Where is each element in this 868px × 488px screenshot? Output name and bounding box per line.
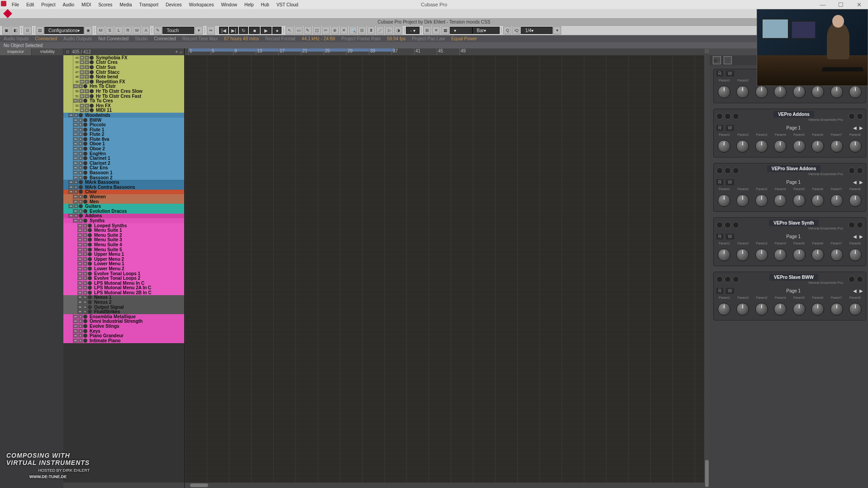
record-enable-button[interactable] xyxy=(83,132,87,136)
track-row[interactable]: msEvolve Tonal Loops 1 xyxy=(63,271,184,276)
solo-button[interactable]: s xyxy=(78,339,83,343)
track-row[interactable]: msFluidStrikes xyxy=(63,309,184,314)
mute-button[interactable]: m xyxy=(78,291,82,295)
window-minimize-icon[interactable]: — xyxy=(814,1,832,8)
track-row[interactable]: msKeys xyxy=(63,329,184,334)
glue-tool-button[interactable]: ⊕ xyxy=(331,26,339,34)
vst-knob[interactable] xyxy=(849,249,862,261)
solo-button[interactable]: s xyxy=(78,209,83,213)
vst-page-next-button[interactable]: ▶ xyxy=(859,234,863,239)
record-enable-button[interactable] xyxy=(83,142,87,146)
record-enable-button[interactable] xyxy=(83,128,87,132)
track-row[interactable]: msEvolution Dracus xyxy=(63,209,184,214)
track-row[interactable]: msMenu Suite 4 xyxy=(63,242,184,247)
mute-button[interactable]: m xyxy=(73,176,78,180)
mute-button[interactable]: m xyxy=(80,60,84,64)
goto-end-button[interactable]: ▶| xyxy=(229,27,238,34)
track-row[interactable]: msHrn Tb Clstr xyxy=(63,84,184,89)
track-row[interactable]: msWomen xyxy=(63,194,184,199)
record-enable-button[interactable] xyxy=(90,60,94,64)
solo-button[interactable]: s xyxy=(78,319,83,323)
mute-button[interactable]: m xyxy=(78,228,82,232)
mute-button[interactable]: m xyxy=(73,142,78,146)
solo-button[interactable]: s xyxy=(83,295,87,299)
record-enable-button[interactable] xyxy=(79,214,83,218)
track-row[interactable]: msEnsemblia Metallique xyxy=(63,314,184,319)
mute-button[interactable]: m xyxy=(80,104,84,108)
menu-edit[interactable]: Edit xyxy=(23,1,38,9)
menu-file[interactable]: File xyxy=(8,1,23,9)
autoscroll-button[interactable]: A xyxy=(142,26,150,34)
vertical-scrollbar[interactable] xyxy=(704,48,710,488)
track-row[interactable]: msOmni Industrial Strength xyxy=(63,319,184,324)
menu-transport[interactable]: Transport xyxy=(136,1,162,9)
solo-button[interactable]: s xyxy=(85,104,89,108)
record-enable-button[interactable] xyxy=(83,339,87,343)
record-enable-button[interactable] xyxy=(79,180,83,184)
vst-knob[interactable] xyxy=(830,140,843,153)
track-list[interactable]: 44msSymphobia FX45msClstr Cres46msClstr … xyxy=(63,55,184,483)
track-row[interactable]: 44msSymphobia FX xyxy=(63,55,184,60)
solo-button[interactable]: s xyxy=(74,214,78,218)
vst-preset-button[interactable] xyxy=(733,113,739,120)
menu-project[interactable]: Project xyxy=(38,1,59,9)
draw-tool-button[interactable]: ✎ xyxy=(304,26,312,34)
vst-knob[interactable] xyxy=(755,140,768,153)
snap-button[interactable]: ⊞ xyxy=(423,26,431,34)
solo-button[interactable]: s xyxy=(78,142,83,146)
solo-button[interactable]: s xyxy=(83,262,87,266)
vst-write-button[interactable]: W xyxy=(726,71,734,77)
window-maximize-icon[interactable]: ☐ xyxy=(832,1,850,8)
record-enable-button[interactable] xyxy=(88,295,92,299)
mute-button[interactable]: m xyxy=(73,132,78,136)
mute-button[interactable]: m xyxy=(78,224,82,228)
record-enable-button[interactable] xyxy=(90,70,94,74)
record-enable-button[interactable] xyxy=(90,80,94,84)
solo-button[interactable]: s xyxy=(83,252,87,256)
vst-slot-list[interactable]: RWPage 1◀▶Param1Param214VEPro AddonsVien… xyxy=(710,65,868,488)
grid-type-button[interactable]: ▦ xyxy=(441,26,449,34)
automation-mode-dropdown[interactable]: Touch xyxy=(162,27,194,34)
vst-input-button[interactable] xyxy=(849,276,855,282)
track-row[interactable]: 51msHr Tb Clstr Cres Fast xyxy=(63,94,184,99)
track-row[interactable]: msClarinet 1 xyxy=(63,156,184,161)
record-enable-button[interactable] xyxy=(83,118,87,122)
mute-button[interactable]: m xyxy=(69,214,73,218)
solo-button[interactable]: s xyxy=(85,80,89,84)
vst-knob[interactable] xyxy=(793,140,806,153)
write-button[interactable]: W xyxy=(133,26,141,34)
vst-edit-button[interactable] xyxy=(725,113,731,120)
record-enable-button[interactable] xyxy=(88,224,92,228)
menu-audio[interactable]: Audio xyxy=(59,1,78,9)
mute-button[interactable]: m xyxy=(78,310,82,314)
track-row[interactable]: msEngHrn xyxy=(63,151,184,156)
track-row[interactable]: msUpper Menu 1 xyxy=(63,252,184,257)
vst-knob[interactable] xyxy=(811,194,824,207)
vst-instrument-name[interactable]: VEPro Slave Addons xyxy=(767,165,821,172)
record-enable-button[interactable] xyxy=(79,190,83,194)
autoscroll-icon[interactable]: ⇔ xyxy=(207,26,215,34)
track-row[interactable]: msNexus 1 xyxy=(63,295,184,300)
record-enable-button[interactable] xyxy=(88,276,92,280)
mute-button[interactable]: m xyxy=(80,70,84,74)
solo-button[interactable]: s xyxy=(78,315,83,319)
track-row[interactable]: 50msHr Tb Clstr Cres Slow xyxy=(63,89,184,94)
track-row[interactable]: msMenu Suite 2 xyxy=(63,233,184,238)
record-enable-button[interactable] xyxy=(88,238,92,242)
mute-button[interactable]: m xyxy=(80,94,84,98)
solo-button[interactable]: s xyxy=(74,190,78,194)
mute-button[interactable]: m xyxy=(78,267,82,271)
record-enable-button[interactable] xyxy=(83,123,87,127)
mute-button[interactable]: m xyxy=(78,295,82,299)
mute-button[interactable]: m xyxy=(73,161,78,165)
mute-button[interactable]: m xyxy=(73,195,78,199)
vst-knob[interactable] xyxy=(811,86,824,98)
vst-knob[interactable] xyxy=(774,249,787,261)
read-button[interactable]: R xyxy=(124,26,132,34)
track-row[interactable]: 49msRepetition FX xyxy=(63,79,184,84)
track-row[interactable]: msLPS Mutonal Menu 2A In C xyxy=(63,286,184,291)
mute-button[interactable]: m xyxy=(73,171,78,175)
track-filter-button[interactable] xyxy=(65,49,70,54)
menu-media[interactable]: Media xyxy=(116,1,135,9)
vst-instrument-name[interactable]: VEPro Addons xyxy=(773,111,814,118)
